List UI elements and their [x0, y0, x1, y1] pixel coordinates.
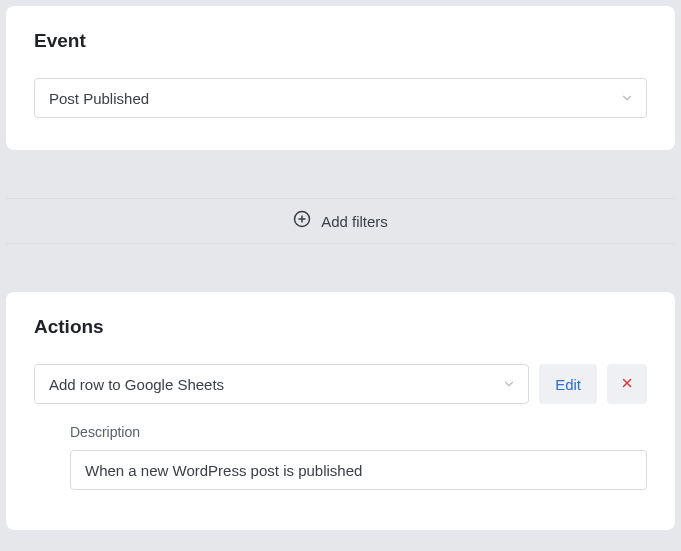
actions-title: Actions [34, 316, 647, 338]
chevron-down-icon [620, 91, 634, 105]
plus-circle-icon [293, 210, 311, 232]
close-icon [620, 376, 634, 393]
action-row: Add row to Google Sheets Edit [34, 364, 647, 404]
actions-card: Actions Add row to Google Sheets Edit De… [6, 292, 675, 530]
action-select[interactable]: Add row to Google Sheets [34, 364, 529, 404]
chevron-down-icon [502, 377, 516, 391]
event-select[interactable]: Post Published [34, 78, 647, 118]
action-select-value: Add row to Google Sheets [49, 376, 224, 393]
delete-button[interactable] [607, 364, 647, 404]
add-filters-label: Add filters [321, 213, 388, 230]
event-title: Event [34, 30, 647, 52]
event-select-value: Post Published [49, 90, 149, 107]
event-card: Event Post Published [6, 6, 675, 150]
description-input[interactable] [70, 450, 647, 490]
add-filters-button[interactable]: Add filters [6, 198, 675, 244]
description-label: Description [70, 424, 647, 440]
action-detail-panel: Description [70, 424, 647, 490]
edit-button[interactable]: Edit [539, 364, 597, 404]
